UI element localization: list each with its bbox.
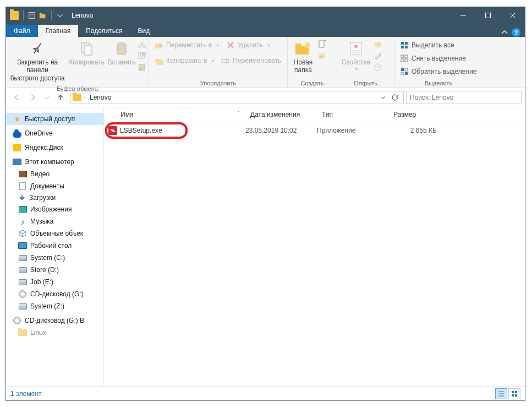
sidebar-store-d[interactable]: Store (D:)	[6, 264, 103, 276]
disk-icon	[18, 253, 27, 262]
tab-home[interactable]: Главная	[38, 25, 79, 37]
desktop-icon	[18, 241, 27, 250]
titlebar: Lenovo	[6, 7, 525, 24]
sidebar-label: Linux	[30, 329, 46, 337]
nav-forward-button[interactable]	[26, 90, 40, 105]
file-list[interactable]: LSBSetup.exe 23.05.2019 10:02 Приложение…	[104, 122, 525, 386]
file-row[interactable]: LSBSetup.exe 23.05.2019 10:02 Приложение…	[104, 124, 525, 137]
sidebar-desktop[interactable]: Рабочий стол	[6, 240, 103, 252]
rename-button[interactable]: Переименовать	[218, 55, 284, 67]
sidebar-3dobjects[interactable]: Объемные объек	[6, 227, 103, 240]
qat-properties-icon[interactable]	[28, 12, 36, 19]
copy-icon	[79, 41, 95, 56]
nav-up-button[interactable]	[53, 90, 68, 105]
navigation-pane[interactable]: ★Быстрый доступ OneDrive Яндекс.Диск Это…	[6, 107, 104, 386]
paste-button[interactable]: Вставить	[107, 38, 136, 68]
cut-icon[interactable]	[138, 40, 146, 48]
selectall-icon	[400, 41, 409, 50]
tab-share[interactable]: Поделиться	[78, 25, 130, 37]
sidebar-label: Документы	[30, 182, 64, 190]
svg-rect-30	[319, 53, 325, 58]
invert-icon	[400, 67, 409, 76]
collapse-ribbon-icon[interactable]	[501, 29, 508, 36]
sidebar-video[interactable]: Видео	[6, 168, 103, 180]
refresh-icon[interactable]	[391, 94, 399, 101]
sidebar-music[interactable]: ♪Музыка	[6, 215, 103, 227]
newfolder-button[interactable]: Новая папка	[290, 38, 316, 76]
folder-icon	[18, 328, 27, 337]
sidebar-job-e[interactable]: Job (E:)	[6, 276, 103, 288]
nav-back-button[interactable]	[9, 90, 24, 105]
cd-icon	[13, 316, 21, 325]
view-thumbnails-button[interactable]	[508, 388, 520, 399]
svg-rect-42	[405, 59, 408, 62]
svg-rect-39	[401, 55, 404, 58]
sidebar-pictures[interactable]: Изображения	[6, 203, 103, 215]
video-icon	[18, 170, 27, 178]
copy-button[interactable]: Копировать	[68, 38, 106, 68]
sidebar-system-c[interactable]: System (C:)	[6, 252, 103, 264]
chevron-right-icon[interactable]: ›	[83, 95, 87, 100]
quick-access-toolbar	[28, 12, 47, 19]
svg-rect-52	[512, 394, 514, 397]
newitem-icon[interactable]: ✦	[317, 40, 326, 48]
edit-icon[interactable]	[374, 51, 382, 60]
moveto-button[interactable]: Переместить в▼	[151, 39, 223, 51]
history-icon[interactable]	[374, 63, 382, 72]
easyaccess-icon[interactable]	[317, 51, 326, 60]
sidebar-label: Быстрый доступ	[25, 115, 75, 123]
sidebar-documents[interactable]: Документы	[6, 180, 103, 192]
nav-recent-button[interactable]	[42, 90, 51, 105]
column-date[interactable]: Дата изменения	[246, 107, 317, 122]
open-icon[interactable]	[374, 40, 382, 48]
sidebar-system-z[interactable]: System (Z:)	[6, 300, 103, 312]
pasteshortcut-icon[interactable]	[138, 63, 146, 72]
sidebar-onedrive[interactable]: OneDrive	[6, 127, 103, 139]
properties-button[interactable]: Свойства▼	[339, 38, 372, 74]
view-details-button[interactable]	[495, 388, 507, 399]
sidebar-quickaccess[interactable]: ★Быстрый доступ	[6, 113, 103, 125]
pin-quickaccess-button[interactable]: Закрепить на панели быстрого доступа	[8, 38, 67, 84]
chevron-down-icon[interactable]	[380, 95, 386, 100]
delete-button[interactable]: Удалить▼	[223, 39, 274, 51]
qat-newfolder-icon[interactable]	[39, 12, 47, 19]
window-title: Lenovo	[72, 12, 93, 19]
breadcrumb-folder-icon	[73, 94, 81, 101]
qat-dropdown-icon[interactable]	[56, 12, 64, 19]
sidebar-cd-g-b[interactable]: CD-дисковод (G:) B	[6, 314, 103, 327]
tab-file[interactable]: Файл	[6, 25, 38, 37]
search-input[interactable]	[406, 91, 522, 104]
selectnone-button[interactable]: Снять выделение	[397, 52, 469, 64]
sidebar-label: Музыка	[30, 218, 53, 225]
copypath-icon[interactable]: W	[138, 51, 146, 60]
help-icon[interactable]: ?	[512, 28, 520, 37]
sidebar-downloads[interactable]: Загрузки	[6, 192, 103, 203]
column-type[interactable]: Тип	[317, 107, 389, 122]
selectall-button[interactable]: Выделить все	[397, 39, 458, 51]
sidebar-label: Изображения	[30, 205, 72, 213]
disk-icon	[18, 278, 27, 286]
properties-icon	[348, 41, 364, 56]
tab-view[interactable]: Вид	[130, 25, 157, 37]
breadcrumb-item[interactable]: Lenovo	[87, 94, 113, 101]
copyto-button[interactable]: Копировать в▼	[151, 55, 218, 67]
invertselection-button[interactable]: Обратить выделение	[397, 66, 480, 78]
sidebar-thispc[interactable]: Этот компьютер	[6, 156, 103, 168]
column-size[interactable]: Размер	[389, 107, 444, 122]
svg-rect-44	[405, 68, 408, 71]
close-button[interactable]	[500, 7, 525, 24]
column-name[interactable]: Имя˄	[104, 107, 246, 122]
maximize-button[interactable]	[475, 7, 500, 24]
delete-label: Удалить	[238, 41, 263, 49]
sidebar-linux[interactable]: Linux	[6, 327, 103, 339]
sidebar-yandexdisk[interactable]: Яндекс.Диск	[6, 142, 103, 154]
sidebar-cd-g[interactable]: CD-дисковод (G:)	[6, 288, 103, 300]
svg-rect-41	[401, 59, 404, 62]
selectnone-label: Снять выделение	[412, 55, 466, 62]
paste-icon	[114, 41, 129, 56]
minimize-button[interactable]	[451, 7, 475, 24]
breadcrumb[interactable]: › Lenovo	[70, 91, 404, 104]
svg-rect-51	[515, 391, 517, 393]
open-group-label: Открыть	[337, 79, 394, 88]
paste-label: Вставить	[108, 58, 136, 66]
